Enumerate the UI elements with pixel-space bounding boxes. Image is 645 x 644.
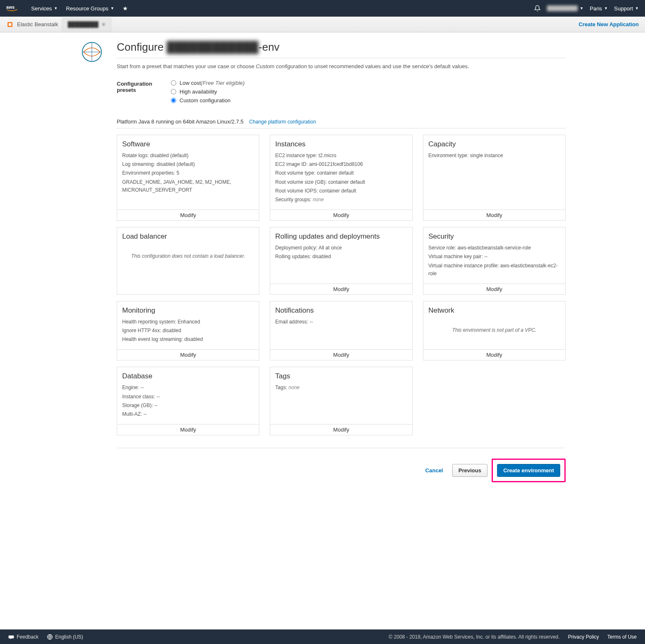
instances-root-type: Root volume type: container default bbox=[275, 169, 407, 177]
create-button-highlight: Create environment bbox=[492, 459, 566, 482]
card-monitoring: Monitoring Health reporting system: Enha… bbox=[117, 301, 259, 361]
card-rolling-modify[interactable]: Modify bbox=[270, 284, 412, 294]
nav-services-label: Services bbox=[31, 5, 52, 12]
card-instances-title: Instances bbox=[270, 135, 412, 152]
nav-services[interactable]: Services ▼ bbox=[31, 5, 58, 12]
page-service-icon bbox=[81, 42, 102, 64]
preset-custom-radio[interactable] bbox=[171, 98, 176, 103]
card-software: Software Rotate logs: disabled (default)… bbox=[117, 135, 259, 221]
preset-custom[interactable]: Custom configuration bbox=[171, 97, 245, 104]
create-environment-button[interactable]: Create environment bbox=[497, 464, 560, 477]
svg-rect-2 bbox=[9, 23, 11, 26]
preset-low-cost-radio[interactable] bbox=[171, 80, 176, 86]
caret-down-icon: ▼ bbox=[635, 6, 639, 10]
breadcrumb-app-label: ████████ bbox=[68, 21, 98, 27]
security-role: Service role: aws-elasticbeanstalk-servi… bbox=[428, 244, 560, 252]
desc-em: Custom configuration bbox=[256, 63, 307, 69]
page-description: Start from a preset that matches your us… bbox=[117, 63, 566, 69]
card-instances: Instances EC2 instance type: t2.micro EC… bbox=[270, 135, 412, 221]
card-notifications-modify[interactable]: Modify bbox=[270, 349, 412, 360]
platform-text: Platform Java 8 running on 64bit Amazon … bbox=[117, 118, 244, 125]
card-monitoring-body: Health reporting system: Enhanced Ignore… bbox=[117, 318, 259, 350]
rolling-policy: Deployment policy: All at once bbox=[275, 244, 407, 252]
card-capacity-title: Capacity bbox=[423, 135, 565, 152]
nav-account-label: ████████ bbox=[547, 5, 578, 11]
monitoring-stream: Health event log streaming: disabled bbox=[122, 336, 254, 343]
desc-part2: to unset recommended values and use the … bbox=[307, 63, 469, 69]
pin-icon[interactable]: ★ bbox=[123, 5, 128, 12]
nav-support-label: Support bbox=[614, 5, 633, 12]
create-new-application-link[interactable]: Create New Application bbox=[579, 21, 639, 27]
instances-root-iops: Root volume IOPS: container default bbox=[275, 187, 407, 195]
card-security: Security Service role: aws-elasticbeanst… bbox=[423, 227, 566, 295]
breadcrumb-app-dropdown[interactable]: ████████ ▼ bbox=[62, 17, 111, 31]
card-tags-title: Tags bbox=[270, 367, 412, 384]
card-monitoring-modify[interactable]: Modify bbox=[117, 349, 259, 360]
security-keypair: Virtual machine key pair: -- bbox=[428, 253, 560, 261]
aws-logo[interactable]: aws bbox=[6, 4, 23, 12]
card-network-modify[interactable]: Modify bbox=[423, 349, 565, 360]
card-instances-modify[interactable]: Modify bbox=[270, 210, 412, 220]
configuration-presets: Configuration presets Low cost (Free Tie… bbox=[117, 80, 566, 106]
preset-low-cost-note: (Free Tier eligible) bbox=[201, 80, 244, 86]
change-platform-link[interactable]: Change platform configuration bbox=[249, 119, 316, 125]
beanstalk-icon bbox=[6, 21, 14, 28]
card-instances-body: EC2 instance type: t2.micro EC2 image ID… bbox=[270, 152, 412, 210]
card-software-title: Software bbox=[117, 135, 259, 152]
caret-down-icon: ▼ bbox=[102, 22, 106, 27]
software-rotate: Rotate logs: disabled (default) bbox=[122, 152, 254, 160]
caret-down-icon: ▼ bbox=[111, 6, 114, 10]
card-security-modify[interactable]: Modify bbox=[423, 284, 565, 294]
presets-label: Configuration presets bbox=[117, 80, 171, 106]
card-network: Network This environment is not part of … bbox=[423, 301, 566, 361]
network-empty-msg: This environment is not part of a VPC. bbox=[428, 318, 560, 343]
card-capacity: Capacity Environment type: single instan… bbox=[423, 135, 566, 221]
notifications-email: Email address: -- bbox=[275, 318, 407, 326]
nav-region[interactable]: Paris ▼ bbox=[590, 5, 608, 12]
card-capacity-modify[interactable]: Modify bbox=[423, 210, 565, 220]
preset-low-cost[interactable]: Low cost (Free Tier eligible) bbox=[171, 80, 245, 86]
card-software-body: Rotate logs: disabled (default) Log stre… bbox=[117, 152, 259, 210]
rolling-updates: Rolling updates: disabled bbox=[275, 253, 407, 261]
nav-resource-groups[interactable]: Resource Groups ▼ bbox=[66, 5, 114, 12]
card-database: Database Engine: -- Instance class: -- S… bbox=[117, 367, 259, 435]
preset-high-availability-radio[interactable] bbox=[171, 89, 176, 94]
preset-high-availability[interactable]: High availability bbox=[171, 89, 245, 95]
caret-down-icon: ▼ bbox=[604, 6, 608, 10]
card-lb-body: This configuration does not contain a lo… bbox=[117, 244, 259, 294]
top-nav: aws Services ▼ Resource Groups ▼ ★ █████… bbox=[0, 0, 645, 17]
preset-custom-label: Custom configuration bbox=[180, 97, 231, 104]
card-notifications: Notifications Email address: -- Modify bbox=[270, 301, 412, 361]
tags-row: Tags: none bbox=[275, 384, 407, 392]
card-rolling-title: Rolling updates and deployments bbox=[270, 227, 412, 244]
notifications-icon[interactable] bbox=[534, 5, 541, 12]
instances-type: EC2 instance type: t2.micro bbox=[275, 152, 407, 160]
card-rolling-body: Deployment policy: All at once Rolling u… bbox=[270, 244, 412, 284]
monitoring-ignore: Ignore HTTP 4xx: disabled bbox=[122, 327, 254, 335]
nav-account[interactable]: ████████ ▼ bbox=[547, 5, 583, 11]
main-content: Configure ████████████-env Start from a … bbox=[113, 32, 570, 499]
previous-button[interactable]: Previous bbox=[452, 464, 487, 477]
instances-image: EC2 image ID: ami-00121fcedf1bd8106 bbox=[275, 160, 407, 168]
breadcrumb-service[interactable]: Elastic Beanstalk bbox=[17, 21, 58, 27]
monitoring-reporting: Health reporting system: Enhanced bbox=[122, 318, 254, 326]
card-rolling: Rolling updates and deployments Deployme… bbox=[270, 227, 412, 295]
svg-text:aws: aws bbox=[6, 5, 15, 10]
nav-region-label: Paris bbox=[590, 5, 602, 12]
lb-empty-msg: This configuration does not contain a lo… bbox=[122, 244, 254, 269]
instances-sg-val: none bbox=[313, 197, 324, 202]
caret-down-icon: ▼ bbox=[54, 6, 58, 10]
nav-support[interactable]: Support ▼ bbox=[614, 5, 639, 12]
card-tags-modify[interactable]: Modify bbox=[270, 424, 412, 435]
card-load-balancer: Load balancer This configuration does no… bbox=[117, 227, 259, 295]
software-envprops: Environment properties: 5 bbox=[122, 169, 254, 177]
database-class: Instance class: -- bbox=[122, 393, 254, 401]
card-capacity-body: Environment type: single instance bbox=[423, 152, 565, 210]
card-network-title: Network bbox=[423, 301, 565, 318]
card-software-modify[interactable]: Modify bbox=[117, 210, 259, 220]
preset-high-availability-label: High availability bbox=[180, 89, 217, 95]
card-database-modify[interactable]: Modify bbox=[117, 424, 259, 435]
cancel-button[interactable]: Cancel bbox=[420, 464, 448, 477]
card-database-body: Engine: -- Instance class: -- Storage (G… bbox=[117, 384, 259, 424]
preset-low-cost-label: Low cost bbox=[180, 80, 201, 86]
